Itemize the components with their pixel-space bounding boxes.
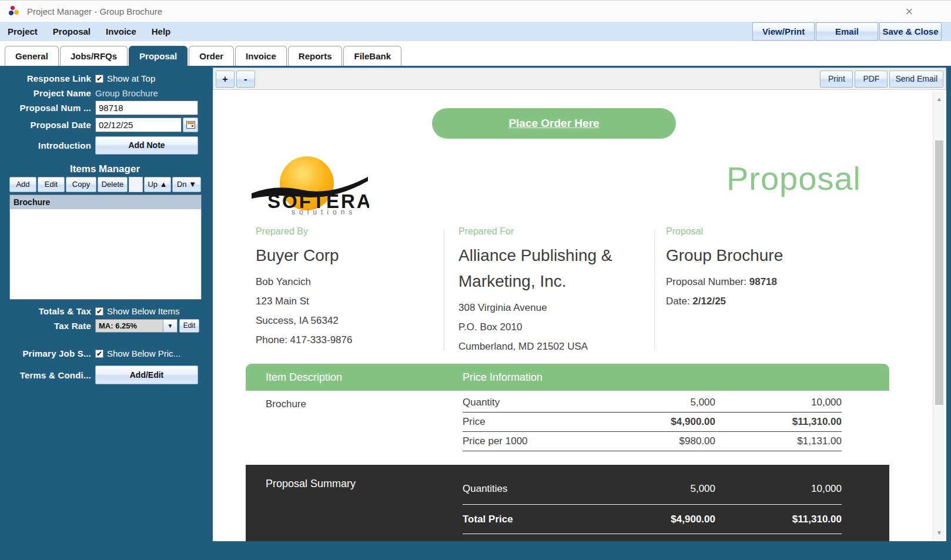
- table-row: Price $4,900.00 $11,310.00: [463, 413, 842, 432]
- price-table: Quantity 5,000 10,000 Price $4,900.00 $1…: [463, 393, 842, 451]
- place-order-button[interactable]: Place Order Here: [432, 108, 676, 139]
- tab-invoice[interactable]: Invoice: [235, 46, 287, 66]
- menu-bar: Project Proposal Invoice Help View/Print…: [0, 22, 951, 41]
- content-frame: Response Link ✔ Show at Top Project Name…: [0, 66, 951, 560]
- proposal-summary-section: Proposal Summary Quantities 5,000 10,000…: [246, 465, 889, 541]
- dropdown-arrow-icon[interactable]: ▼: [163, 320, 177, 332]
- date-picker-button[interactable]: [183, 118, 198, 132]
- price-per-1000-value-2: $1,131.00: [715, 435, 842, 447]
- items-listbox[interactable]: Brochure: [9, 195, 202, 300]
- app-icon: [8, 5, 20, 17]
- scrollbar-thumb[interactable]: [935, 140, 943, 405]
- menu-project[interactable]: Project: [0, 22, 45, 41]
- show-below-items-checkbox[interactable]: ✔: [95, 307, 103, 316]
- proposal-date-input[interactable]: [95, 118, 182, 132]
- send-email-button[interactable]: Send Email: [889, 71, 943, 88]
- items-toolbar: Add Edit Copy Delete Up ▲ Dn ▼: [9, 177, 201, 192]
- item-down-button[interactable]: Dn ▼: [172, 177, 201, 192]
- company-logo: SOFTERA solutions: [252, 150, 369, 217]
- price-row-label: Price: [463, 416, 598, 428]
- prepared-for-section: Prepared For Alliance Publishing & Marke…: [458, 226, 652, 353]
- item-edit-button[interactable]: Edit: [38, 177, 65, 192]
- view-print-button[interactable]: View/Print: [752, 22, 815, 41]
- proposal-number-line: Proposal Number: 98718: [666, 276, 860, 288]
- show-below-pricing-checkbox[interactable]: ✔: [95, 350, 103, 358]
- proposal-date-line-label: Date:: [666, 296, 692, 307]
- table-row: Price per 1000 $980.00 $1,131.00: [463, 432, 842, 451]
- price-per-1000-row-label: Price per 1000: [463, 435, 598, 447]
- tab-general[interactable]: General: [5, 46, 59, 66]
- tab-bar: General Jobs/RFQs Proposal Order Invoice…: [0, 41, 951, 66]
- show-below-pricing-label: Show Below Pric...: [107, 348, 180, 358]
- scroll-down-icon[interactable]: ▼: [933, 527, 945, 539]
- proposal-date-row: Proposal Date: [0, 118, 210, 132]
- prepared-by-phone: Phone: 417-333-9876: [256, 334, 432, 346]
- document-area: + - Print PDF Send Email Place Order Her…: [213, 68, 946, 541]
- item-up-button[interactable]: Up ▲: [144, 177, 171, 192]
- price-value-2: $11,310.00: [715, 416, 842, 428]
- list-item-brochure[interactable]: Brochure: [10, 195, 201, 209]
- project-name-label: Project Name: [0, 88, 95, 98]
- title-bar: Project Manager - Group Brochure ×: [0, 0, 951, 22]
- tab-order[interactable]: Order: [189, 46, 234, 66]
- project-name-value: Group Brochure: [95, 88, 158, 98]
- tax-rate-dropdown[interactable]: MA: 6.25% ▼: [95, 319, 178, 333]
- menu-invoice[interactable]: Invoice: [98, 22, 144, 41]
- terms-add-edit-button[interactable]: Add/Edit: [95, 365, 198, 384]
- proposal-summary-title: Proposal Summary: [266, 478, 356, 490]
- window-title: Project Manager - Group Brochure: [27, 6, 162, 16]
- quantities-value-1: 5,000: [598, 483, 715, 495]
- proposal-preview-page: Place Order Here SOFTERA: [213, 90, 946, 541]
- vertical-scrollbar[interactable]: ▲ ▼: [933, 91, 945, 540]
- prepared-for-address1: 308 Virginia Avenue: [458, 302, 652, 314]
- item-description-header: Item Description: [266, 371, 463, 384]
- terms-row: Terms & Condi... Add/Edit: [0, 365, 210, 384]
- prepared-by-heading: Prepared By: [256, 226, 432, 237]
- price-information-header: Price Information: [463, 371, 543, 384]
- proposal-info-section: Proposal Group Brochure Proposal Number:…: [666, 226, 860, 307]
- tab-reports[interactable]: Reports: [288, 46, 343, 66]
- tax-rate-row: Tax Rate MA: 6.25% ▼ Edit: [0, 319, 210, 333]
- proposal-number-line-label: Proposal Number:: [666, 276, 749, 287]
- proposal-date-line: Date: 2/12/25: [666, 296, 860, 307]
- prepared-by-company: Buyer Corp: [256, 243, 432, 269]
- prepared-for-address3: Cumberland, MD 21502 USA: [458, 341, 652, 353]
- proposal-info-heading: Proposal: [666, 226, 860, 237]
- items-toolbar-spacer: [129, 177, 143, 192]
- document-toolbar: + - Print PDF Send Email: [213, 68, 946, 90]
- item-add-button[interactable]: Add: [9, 177, 36, 192]
- close-icon[interactable]: ×: [902, 4, 917, 19]
- zoom-out-button[interactable]: -: [236, 71, 255, 88]
- menu-help[interactable]: Help: [144, 22, 179, 41]
- print-button[interactable]: Print: [820, 71, 853, 88]
- add-note-button[interactable]: Add Note: [95, 136, 198, 155]
- quantity-row-label: Quantity: [463, 397, 598, 408]
- tab-filebank[interactable]: FileBank: [343, 46, 401, 66]
- place-order-label: Place Order Here: [508, 117, 599, 130]
- proposal-number-row: Proposal Num ...: [0, 100, 210, 115]
- show-at-top-checkbox[interactable]: ✔: [95, 75, 103, 83]
- item-delete-button[interactable]: Delete: [98, 177, 128, 192]
- primary-job-row: Primary Job S... ✔ Show Below Pric...: [0, 348, 210, 358]
- save-close-button[interactable]: Save & Close: [879, 22, 942, 41]
- item-copy-button[interactable]: Copy: [66, 177, 96, 192]
- quantities-value-2: 10,000: [715, 483, 842, 495]
- prepared-for-address2: P.O. Box 2010: [458, 321, 652, 333]
- tax-rate-edit-button[interactable]: Edit: [179, 319, 199, 333]
- proposal-number-input[interactable]: [95, 100, 198, 115]
- tab-proposal[interactable]: Proposal: [129, 46, 187, 66]
- proposal-number-line-value: 98718: [749, 276, 777, 287]
- proposal-info-name: Group Brochure: [666, 243, 860, 269]
- quantity-value-1: 5,000: [598, 397, 715, 408]
- tab-jobs-rfqs[interactable]: Jobs/RFQs: [60, 46, 128, 66]
- tax-rate-label: Tax Rate: [0, 321, 95, 331]
- scroll-up-icon[interactable]: ▲: [933, 93, 945, 105]
- menu-proposal[interactable]: Proposal: [45, 22, 98, 41]
- pdf-button[interactable]: PDF: [855, 71, 888, 88]
- price-value-1: $4,900.00: [598, 416, 715, 428]
- email-button[interactable]: Email: [816, 22, 878, 41]
- totals-tax-label: Totals & Tax: [0, 306, 95, 316]
- tax-rate-value: MA: 6.25%: [96, 321, 163, 330]
- logo-tagline: solutions: [292, 208, 356, 214]
- zoom-in-button[interactable]: +: [216, 71, 235, 88]
